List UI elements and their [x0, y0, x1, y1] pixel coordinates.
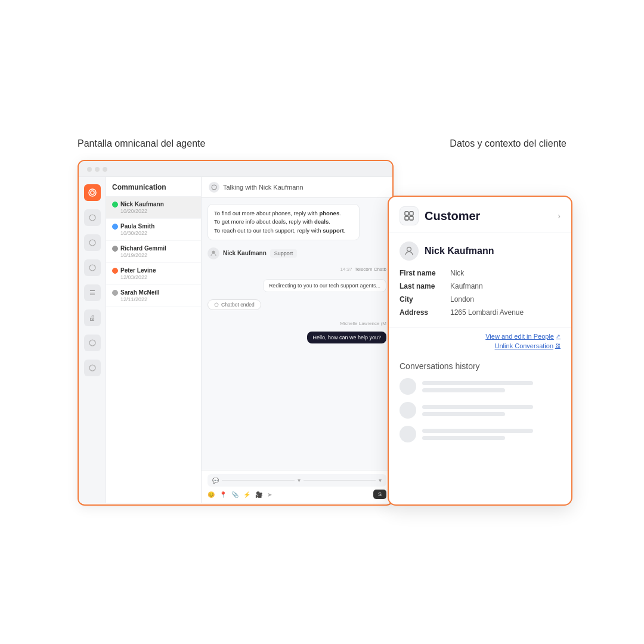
conv-item-4[interactable]: Sarah McNeill 12/11/2022 [106, 285, 201, 307]
send-arrow-icon[interactable]: ➤ [267, 491, 272, 498]
chat-footer: 💬 ▾ ▾ 😊 📍 📎 ⚡ 🎥 ➤ [202, 470, 392, 503]
bold-deals: deals [314, 218, 329, 225]
field-label-firstname: First name [400, 269, 444, 277]
field-value-firstname: Nick [450, 269, 464, 277]
chevron-down-icon-2[interactable]: ▾ [379, 477, 382, 484]
svg-point-6 [89, 365, 95, 371]
field-row-address: Address 1265 Lombardi Avenue [400, 308, 561, 317]
sidebar-icon-3[interactable] [84, 234, 101, 251]
sidebar-icon-6[interactable] [84, 335, 101, 351]
svg-rect-11 [405, 216, 408, 220]
conv-icon-lock-2 [112, 246, 118, 252]
history-title: Conversations history [400, 361, 561, 371]
customer-fields: First name Nick Last name Kaufmann City … [389, 267, 571, 327]
chatbot-ended-btn: Chatbot ended [208, 299, 261, 310]
from-agent-label: Michelle Lawrence (M [340, 321, 386, 326]
label-agent-screen: Pantalla omnicanal del agente [78, 138, 205, 149]
svg-rect-13 [410, 216, 413, 220]
timestamp-label: Telecom Chatb [355, 267, 386, 272]
conv-item-2[interactable]: Richard Gemmil 10/19/2022 [106, 241, 201, 263]
conv-item-1[interactable]: Paula Smith 10/30/2022 [106, 219, 201, 241]
conv-item-3[interactable]: Peter Levine 12/03/2022 [106, 263, 201, 285]
svg-point-3 [89, 240, 95, 246]
window-dot-2 [95, 167, 100, 172]
conv-item-name-0: Nick Kaufmann [112, 201, 195, 208]
skeleton-circle-2 [400, 426, 416, 442]
conv-item-date-0: 10/20/2022 [112, 208, 195, 214]
send-button[interactable]: S [373, 490, 386, 499]
skeleton-lines-0 [422, 381, 561, 392]
conv-item-0[interactable]: Nick Kaufmann 10/20/2022 [106, 197, 201, 219]
svg-point-14 [407, 247, 411, 252]
skeleton-lines-2 [422, 429, 561, 440]
video-icon[interactable]: 🎥 [255, 491, 262, 498]
agent-name-label: Nick Kaufmann [223, 250, 267, 256]
conv-item-name-3: Peter Levine [112, 267, 195, 274]
field-value-address: 1265 Lombardi Avenue [450, 308, 524, 317]
skeleton-line-2-1 [422, 429, 533, 433]
unlink-icon: ⛓ [555, 343, 561, 349]
chevron-down-icon[interactable]: ▾ [298, 477, 301, 484]
history-skeleton-2 [400, 426, 561, 442]
customer-header: Customer › [389, 197, 571, 233]
customer-full-name: Nick Kaufmann [425, 246, 494, 256]
chatbot-ended-label: Chatbot ended [221, 302, 255, 308]
field-label-address: Address [400, 308, 444, 317]
customer-chevron-icon[interactable]: › [558, 211, 561, 221]
svg-point-0 [89, 189, 96, 196]
window-dot-1 [87, 167, 92, 172]
view-edit-label: View and edit in People [485, 333, 554, 340]
agent-name-tag: Nick Kaufmann Support [208, 247, 386, 259]
unlink-conversation-link[interactable]: Unlink Conversation ⛓ [495, 342, 561, 349]
chat-header-icon [209, 182, 219, 193]
chat-area: Talking with Nick Kaufmann To find out m… [202, 177, 392, 503]
chat-input-row[interactable]: 💬 ▾ ▾ [208, 474, 386, 487]
field-row-city: City London [400, 295, 561, 304]
bold-phones: phones [319, 210, 339, 216]
timestamp-row: 14:37 Telecom Chatb [208, 267, 386, 272]
conv-item-date-4: 12/11/2022 [112, 296, 195, 302]
field-row-firstname: First name Nick [400, 269, 561, 277]
location-icon[interactable]: 📍 [219, 491, 227, 498]
whatsapp-input-icon: 💬 [212, 478, 219, 484]
skeleton-line-0-2 [422, 388, 505, 392]
agent-avatar [208, 247, 219, 259]
field-label-lastname: Last name [400, 282, 444, 290]
skeleton-circle-0 [400, 378, 416, 395]
svg-point-9 [215, 303, 218, 306]
system-message-bubble: Redirecting to you to our tech support a… [263, 279, 386, 292]
sidebar-icons: ☰ 🖨 [79, 177, 106, 503]
window-dot-3 [103, 167, 107, 172]
history-skeleton-0 [400, 378, 561, 395]
view-edit-link[interactable]: View and edit in People ↗ [485, 333, 561, 340]
labels-row: Pantalla omnicanal del agente Datos y co… [78, 138, 566, 149]
conv-icon-chat-1 [112, 224, 118, 230]
sidebar-icon-main[interactable] [84, 184, 101, 201]
emoji-icon[interactable]: 😊 [208, 491, 215, 498]
attach-icon[interactable]: 📎 [231, 491, 239, 498]
svg-rect-10 [405, 212, 408, 215]
customer-title: Customer [425, 209, 480, 223]
field-row-lastname: Last name Kaufmann [400, 282, 561, 290]
conv-icon-small-4 [112, 290, 118, 296]
sidebar-icon-4[interactable] [84, 259, 101, 276]
conv-item-date-2: 10/19/2022 [112, 252, 195, 258]
conv-icon-dot-3 [112, 268, 118, 274]
sidebar-icon-7[interactable] [84, 360, 101, 376]
agent-inner: ☰ 🖨 Communication [79, 177, 392, 503]
sidebar-icon-print[interactable]: 🖨 [84, 309, 101, 326]
chat-messages: To find out more about phones, reply wit… [202, 198, 392, 470]
conv-item-name-1: Paula Smith [112, 223, 195, 230]
from-agent-row: Michelle Lawrence (M [208, 321, 386, 326]
lightning-icon[interactable]: ⚡ [243, 491, 250, 498]
unlink-label: Unlink Conversation [495, 342, 553, 349]
svg-point-1 [91, 191, 94, 194]
chat-input-line-2 [304, 480, 376, 481]
window-controls [79, 161, 392, 177]
system-message: Redirecting to you to our tech support a… [208, 279, 386, 292]
sidebar-icon-2[interactable] [84, 209, 101, 226]
svg-point-4 [89, 265, 95, 271]
timestamp: 14:37 [340, 267, 352, 272]
label-customer-data: Datos y contexto del cliente [450, 138, 566, 149]
sidebar-icon-5[interactable]: ☰ [84, 284, 101, 301]
